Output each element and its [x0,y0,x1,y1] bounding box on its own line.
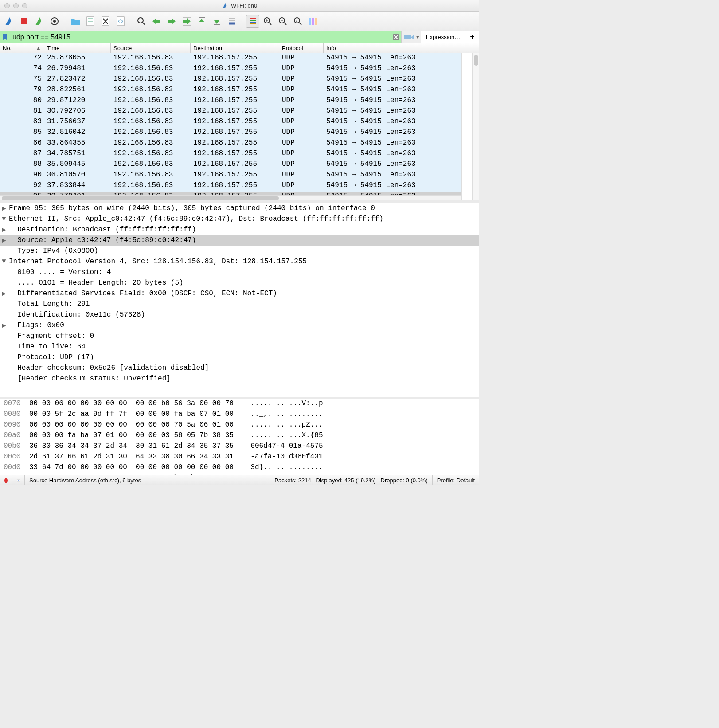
detail-row[interactable]: ▶ Source: Apple_c0:42:47 (f4:5c:89:c0:42… [0,235,479,246]
packet-row[interactable]: 8734.785751192.168.156.83192.168.157.255… [0,149,461,160]
detail-row[interactable]: ▶ Destination: Broadcast (ff:ff:ff:ff:ff… [0,224,479,235]
svg-point-9 [138,18,143,23]
packet-list-header: No.▲ Time Source Destination Protocol In… [0,43,479,53]
disclosure-triangle-icon[interactable]: ▶ [2,289,9,298]
restart-capture-icon[interactable] [33,15,46,28]
column-header-destination[interactable]: Destination [191,43,279,53]
open-file-icon[interactable] [69,15,82,28]
detail-row[interactable]: Identification: 0xe11c (57628) [0,309,479,320]
detail-row[interactable]: ▶Frame 95: 305 bytes on wire (2440 bits)… [0,203,479,214]
hex-row[interactable]: 00d033 64 7d 00 00 00 00 00 00 00 00 00 … [0,463,479,474]
app-icon [222,3,228,9]
packet-row[interactable]: 9036.810570192.168.156.83192.168.157.255… [0,170,461,181]
disclosure-triangle-icon[interactable]: ▼ [2,215,9,223]
resize-columns-icon[interactable] [306,15,320,28]
detail-row[interactable]: 0100 .... = Version: 4 [0,267,479,278]
packet-row[interactable]: 7928.822561192.168.156.83192.168.157.255… [0,85,461,96]
packet-row[interactable]: 8532.816042192.168.156.83192.168.157.255… [0,128,461,138]
auto-scroll-icon[interactable] [225,15,238,28]
main-toolbar: 1 [0,12,479,31]
vertical-scrollbar[interactable] [472,53,479,200]
zoom-out-icon[interactable] [276,15,289,28]
start-capture-icon[interactable] [3,15,16,28]
detail-row[interactable]: .... 0101 = Header Length: 20 bytes (5) [0,278,479,288]
window-title: Wi-Fi: en0 [231,2,257,9]
capture-options-icon[interactable] [48,15,61,28]
packet-bytes-pane[interactable]: 007000 00 06 00 00 00 00 00 00 00 b0 56 … [0,399,479,475]
hex-row[interactable]: 00c02d 61 37 66 61 2d 31 30 64 33 38 30 … [0,453,479,463]
go-first-icon[interactable] [195,15,208,28]
stop-capture-icon[interactable] [18,15,31,28]
hex-row[interactable]: 00b036 30 36 34 34 37 2d 34 30 31 61 2d … [0,442,479,453]
apply-filter-button[interactable]: ▾ [401,31,421,43]
window-controls [0,3,27,8]
minimize-icon[interactable] [13,3,19,8]
go-last-icon[interactable] [210,15,223,28]
svg-rect-35 [315,18,317,25]
clear-filter-icon[interactable] [391,31,401,43]
packet-row[interactable]: 9237.833844192.168.156.83192.168.157.255… [0,181,461,192]
disclosure-triangle-icon[interactable]: ▼ [2,258,9,266]
packet-navigator[interactable] [461,53,472,200]
find-packet-icon[interactable] [135,15,148,28]
detail-row[interactable]: [Header checksum status: Unverified] [0,373,479,384]
packet-row[interactable]: 8331.756637192.168.156.83192.168.157.255… [0,117,461,128]
hex-row[interactable]: 008000 00 5f 2c aa 9d ff 7f 00 00 00 fa … [0,410,479,421]
zoom-icon[interactable] [22,3,27,8]
filter-bookmark-icon[interactable] [0,31,10,43]
detail-row[interactable]: Time to live: 64 [0,341,479,352]
svg-line-31 [299,23,301,25]
packet-row[interactable]: 7426.799481192.168.156.83192.168.157.255… [0,64,461,74]
packet-row[interactable]: 8835.809445192.168.156.83192.168.157.255… [0,160,461,170]
go-to-packet-icon[interactable] [180,15,193,28]
zoom-in-icon[interactable] [261,15,274,28]
detail-row[interactable]: ▼Ethernet II, Src: Apple_c0:42:47 (f4:5c… [0,214,479,224]
packet-row[interactable]: 8029.871220192.168.156.83192.168.157.255… [0,96,461,106]
zoom-reset-icon[interactable]: 1 [291,15,305,28]
edit-capture-comment-icon[interactable] [12,475,25,485]
close-icon[interactable] [4,3,10,8]
packet-row[interactable]: 8130.792706192.168.156.83192.168.157.255… [0,106,461,117]
detail-row[interactable]: Fragment offset: 0 [0,331,479,341]
expert-info-icon[interactable] [0,475,12,485]
hex-row[interactable]: 00a000 00 00 fa ba 07 01 00 00 00 03 58 … [0,431,479,442]
disclosure-triangle-icon[interactable]: ▶ [2,225,9,234]
packet-list-body[interactable]: 7225.878055192.168.156.83192.168.157.255… [0,53,461,195]
disclosure-triangle-icon[interactable]: ▶ [2,236,9,245]
save-file-icon[interactable] [84,15,97,28]
column-header-info[interactable]: Info [324,43,479,53]
status-packet-stats: Packets: 2214 · Displayed: 425 (19.2%) ·… [270,475,432,485]
status-profile[interactable]: Profile: Default [433,475,479,485]
display-filter-input[interactable] [10,31,391,43]
packet-row[interactable]: 8633.864355192.168.156.83192.168.157.255… [0,138,461,149]
reload-file-icon[interactable] [114,15,127,28]
detail-row[interactable]: ▶ Differentiated Services Field: 0x00 (D… [0,288,479,299]
column-header-protocol[interactable]: Protocol [279,43,324,53]
column-header-time[interactable]: Time [44,43,111,53]
column-header-source[interactable]: Source [111,43,191,53]
detail-row[interactable]: Type: IPv4 (0x0800) [0,246,479,256]
disclosure-triangle-icon[interactable]: ▶ [2,204,9,213]
packet-row[interactable]: 9539.779401192.168.156.83192.168.157.255… [0,192,461,195]
svg-line-28 [284,23,286,25]
colorize-icon[interactable] [246,15,259,28]
horizontal-scrollbar[interactable] [0,195,461,200]
detail-row[interactable]: Protocol: UDP (17) [0,352,479,363]
expression-button[interactable]: Expression… [421,31,465,43]
detail-row[interactable]: ▼Internet Protocol Version 4, Src: 128.1… [0,256,479,267]
detail-row[interactable]: Header checksum: 0x5d26 [validation disa… [0,363,479,373]
disclosure-triangle-icon[interactable]: ▶ [2,321,9,330]
go-back-icon[interactable] [150,15,163,28]
packet-row[interactable]: 7225.878055192.168.156.83192.168.157.255… [0,53,461,64]
hex-row[interactable]: 007000 00 06 00 00 00 00 00 00 00 b0 56 … [0,399,479,410]
go-forward-icon[interactable] [165,15,178,28]
detail-row[interactable]: Total Length: 291 [0,299,479,309]
svg-point-2 [53,20,56,23]
close-file-icon[interactable] [99,15,112,28]
hex-row[interactable]: 009000 00 00 00 00 00 00 00 00 00 00 70 … [0,421,479,431]
column-header-no[interactable]: No.▲ [0,43,44,53]
packet-row[interactable]: 7527.823472192.168.156.83192.168.157.255… [0,74,461,85]
packet-details-pane[interactable]: ▶Frame 95: 305 bytes on wire (2440 bits)… [0,203,479,399]
add-filter-button[interactable]: + [465,31,479,43]
detail-row[interactable]: ▶ Flags: 0x00 [0,320,479,331]
